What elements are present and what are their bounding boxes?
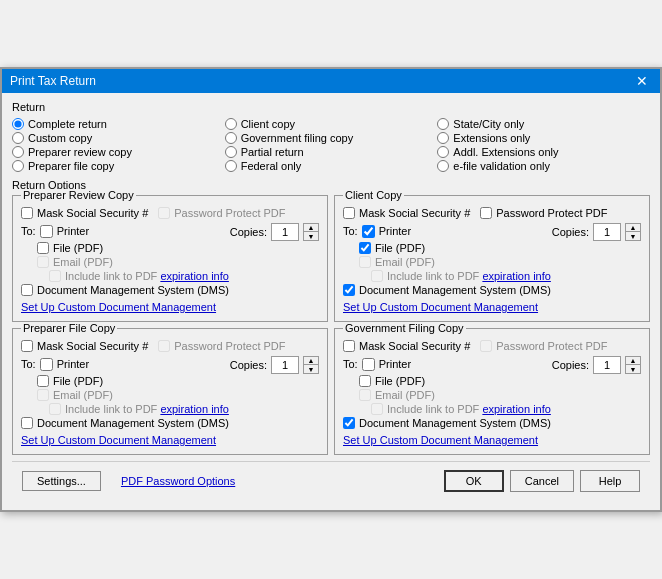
dms-check-2[interactable]: Document Management System (DMS) (343, 283, 641, 297)
custom-label: Custom copy (28, 132, 92, 144)
to-printer-row-2: To: Printer (343, 225, 411, 238)
include-link-check-1[interactable]: Include link to PDF expiration info (49, 269, 319, 283)
file-pdf-label-1: File (PDF) (53, 242, 103, 254)
email-pdf-check-2[interactable]: Email (PDF) (359, 255, 641, 269)
options-grid: Preparer Review Copy Mask Social Securit… (12, 195, 650, 455)
settings-button[interactable]: Settings... (22, 471, 101, 491)
copies-down-2[interactable]: ▼ (626, 232, 640, 240)
mask-ss-check-1[interactable]: Mask Social Security # (21, 206, 148, 220)
expiration-link-1[interactable]: expiration info (160, 270, 229, 282)
help-button[interactable]: Help (580, 470, 640, 492)
mask-ss-check-4[interactable]: Mask Social Security # (343, 339, 470, 353)
to-printer-section-2: To: Printer Copies: ▲ ▼ (343, 223, 641, 241)
gov-filing-copy-group: Government Filing Copy Mask Social Secur… (334, 328, 650, 455)
ok-button[interactable]: OK (444, 470, 504, 492)
custom-doc-link-4[interactable]: Set Up Custom Document Management (343, 434, 538, 446)
copies-input-4[interactable] (593, 356, 621, 374)
pwd-protect-label-2: Password Protect PDF (496, 207, 607, 219)
return-col1: Complete return Custom copy Preparer rev… (12, 117, 225, 173)
expiration-link-4[interactable]: expiration info (482, 403, 551, 415)
file-pdf-label-2: File (PDF) (375, 242, 425, 254)
custom-doc-link-1[interactable]: Set Up Custom Document Management (21, 301, 216, 313)
radio-extensions[interactable]: Extensions only (437, 131, 650, 145)
dms-check-3[interactable]: Document Management System (DMS) (21, 416, 319, 430)
copies-up-1[interactable]: ▲ (304, 224, 318, 232)
dms-check-1[interactable]: Document Management System (DMS) (21, 283, 319, 297)
to-printer-section-1: To: Printer Copies: ▲ ▼ (21, 223, 319, 241)
client-copy-group: Client Copy Mask Social Security # Passw… (334, 195, 650, 322)
mask-ss-label-2: Mask Social Security # (359, 207, 470, 219)
close-button[interactable]: ✕ (632, 73, 652, 89)
preparer-review-label: Preparer review copy (28, 146, 132, 158)
file-pdf-check-1[interactable]: File (PDF) (37, 241, 319, 255)
copies-spinner-1: ▲ ▼ (303, 223, 319, 241)
radio-state-city[interactable]: State/City only (437, 117, 650, 131)
radio-partial[interactable]: Partial return (225, 145, 438, 159)
copies-section-3: Copies: ▲ ▼ (230, 356, 319, 374)
radio-preparer-review[interactable]: Preparer review copy (12, 145, 225, 159)
preparer-file-copy-group: Preparer File Copy Mask Social Security … (12, 328, 328, 455)
radio-federal[interactable]: Federal only (225, 159, 438, 173)
email-pdf-check-3[interactable]: Email (PDF) (37, 388, 319, 402)
include-link-check-3[interactable]: Include link to PDF expiration info (49, 402, 319, 416)
copies-input-2[interactable] (593, 223, 621, 241)
pwd-protect-check-4[interactable]: Password Protect PDF (480, 339, 607, 353)
expiration-link-3[interactable]: expiration info (160, 403, 229, 415)
mask-ss-label-4: Mask Social Security # (359, 340, 470, 352)
cancel-button[interactable]: Cancel (510, 470, 574, 492)
include-link-check-2[interactable]: Include link to PDF expiration info (371, 269, 641, 283)
pwd-protect-label-1: Password Protect PDF (174, 207, 285, 219)
dms-check-4[interactable]: Document Management System (DMS) (343, 416, 641, 430)
footer: Settings... PDF Password Options OK Canc… (12, 461, 650, 500)
copies-up-3[interactable]: ▲ (304, 357, 318, 365)
radio-client[interactable]: Client copy (225, 117, 438, 131)
pwd-protect-check-3[interactable]: Password Protect PDF (158, 339, 285, 353)
expiration-link-2[interactable]: expiration info (482, 270, 551, 282)
copies-label-2: Copies: (552, 226, 589, 238)
file-pdf-check-3[interactable]: File (PDF) (37, 374, 319, 388)
email-pdf-label-2: Email (PDF) (375, 256, 435, 268)
gov-filing-copy-title: Government Filing Copy (343, 322, 466, 334)
radio-complete[interactable]: Complete return (12, 117, 225, 131)
copies-down-3[interactable]: ▼ (304, 365, 318, 373)
email-pdf-check-1[interactable]: Email (PDF) (37, 255, 319, 269)
return-col3: State/City only Extensions only Addl. Ex… (437, 117, 650, 173)
return-label: Return (12, 101, 650, 113)
pwd-protect-check-2[interactable]: Password Protect PDF (480, 206, 607, 220)
mask-ss-check-2[interactable]: Mask Social Security # (343, 206, 470, 220)
copies-input-1[interactable] (271, 223, 299, 241)
to-label-1: To: (21, 225, 36, 237)
radio-preparer-file[interactable]: Preparer file copy (12, 159, 225, 173)
radio-custom[interactable]: Custom copy (12, 131, 225, 145)
footer-left: Settings... PDF Password Options (22, 471, 235, 491)
copies-down-4[interactable]: ▼ (626, 365, 640, 373)
include-link-label-3: Include link to PDF expiration info (65, 403, 229, 415)
file-pdf-label-4: File (PDF) (375, 375, 425, 387)
dms-label-1: Document Management System (DMS) (37, 284, 229, 296)
to-printer-row-4: To: Printer (343, 358, 411, 371)
print-tax-return-dialog: Print Tax Return ✕ Return Complete retur… (0, 67, 662, 512)
mask-ss-check-3[interactable]: Mask Social Security # (21, 339, 148, 353)
pdf-password-button[interactable]: PDF Password Options (121, 471, 235, 491)
copies-label-4: Copies: (552, 359, 589, 371)
email-pdf-label-3: Email (PDF) (53, 389, 113, 401)
copies-up-2[interactable]: ▲ (626, 224, 640, 232)
radio-efile[interactable]: e-file validation only (437, 159, 650, 173)
copies-input-3[interactable] (271, 356, 299, 374)
custom-doc-link-2[interactable]: Set Up Custom Document Management (343, 301, 538, 313)
custom-doc-link-3[interactable]: Set Up Custom Document Management (21, 434, 216, 446)
file-pdf-check-4[interactable]: File (PDF) (359, 374, 641, 388)
radio-addl-extensions[interactable]: Addl. Extensions only (437, 145, 650, 159)
pwd-protect-check-1[interactable]: Password Protect PDF (158, 206, 285, 220)
include-link-check-4[interactable]: Include link to PDF expiration info (371, 402, 641, 416)
copies-down-1[interactable]: ▼ (304, 232, 318, 240)
file-pdf-check-2[interactable]: File (PDF) (359, 241, 641, 255)
to-label-3: To: (21, 358, 36, 370)
gov-filing-label: Government filing copy (241, 132, 354, 144)
dms-label-3: Document Management System (DMS) (37, 417, 229, 429)
copies-up-4[interactable]: ▲ (626, 357, 640, 365)
printer-label-1: Printer (57, 225, 89, 237)
email-pdf-check-4[interactable]: Email (PDF) (359, 388, 641, 402)
radio-gov-filing[interactable]: Government filing copy (225, 131, 438, 145)
printer-label-3: Printer (57, 358, 89, 370)
